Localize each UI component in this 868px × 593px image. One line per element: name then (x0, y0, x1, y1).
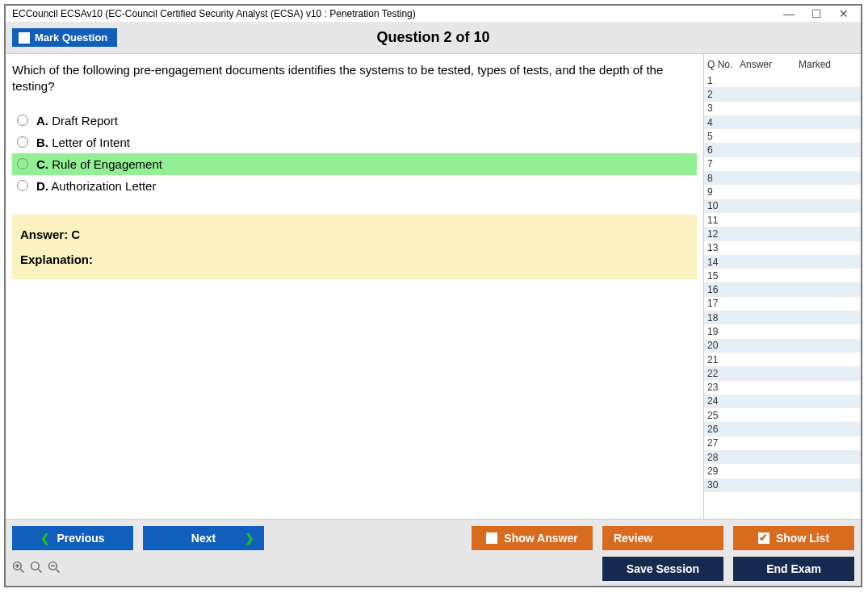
row-number: 30 (707, 479, 740, 491)
row-number: 7 (707, 158, 740, 169)
chevron-left-icon: ❮ (40, 532, 50, 545)
zoom-in-icon[interactable] (30, 561, 43, 578)
question-list-row[interactable]: 3 (704, 102, 861, 115)
row-number: 13 (707, 242, 740, 253)
option-text: B. Letter of Intent (36, 136, 130, 149)
row-number: 11 (707, 215, 740, 226)
show-list-button[interactable]: Show List (733, 526, 854, 550)
row-number: 24 (707, 395, 740, 407)
radio-icon (17, 180, 28, 191)
question-list-row[interactable]: 7 (704, 157, 861, 171)
radio-icon (17, 158, 28, 169)
radio-icon (17, 136, 28, 148)
question-list-row[interactable]: 13 (704, 241, 861, 255)
question-list-row[interactable]: 6 (704, 143, 861, 157)
next-button[interactable]: Next ❯ (143, 526, 264, 550)
question-list-row[interactable]: 20 (704, 339, 861, 353)
row-number: 10 (707, 200, 740, 211)
maximize-button[interactable]: ☐ (811, 7, 822, 20)
answer-option[interactable]: C. Rule of Engagement (12, 153, 697, 175)
mark-question-label: Mark Question (35, 31, 107, 44)
show-answer-label: Show Answer (504, 532, 577, 545)
row-number: 2 (707, 89, 740, 100)
chevron-right-icon: ❯ (245, 532, 254, 545)
show-list-checkbox-icon (758, 532, 769, 544)
option-text: C. Rule of Engagement (36, 157, 162, 171)
question-panel: Which of the following pre-engagement do… (6, 54, 703, 519)
row-number: 5 (707, 131, 740, 142)
question-list-row[interactable]: 28 (704, 450, 861, 464)
question-list-row[interactable]: 25 (704, 408, 861, 422)
question-list-row[interactable]: 1 (704, 73, 861, 87)
question-list-row[interactable]: 19 (704, 324, 861, 338)
svg-line-1 (20, 569, 23, 572)
show-answer-button[interactable]: Show Answer (472, 526, 593, 550)
sidebar-rows[interactable]: 1234567891011121314151617181920212223242… (704, 73, 861, 519)
row-number: 8 (707, 173, 740, 184)
next-label: Next (191, 532, 216, 545)
question-list-row[interactable]: 30 (704, 478, 861, 492)
row-number: 1 (707, 75, 740, 86)
row-number: 21 (707, 354, 740, 365)
row-number: 17 (707, 298, 740, 309)
question-list-row[interactable]: 23 (704, 381, 861, 395)
close-button[interactable]: ✕ (838, 7, 849, 20)
question-list-row[interactable]: 24 (704, 395, 861, 408)
question-list-row[interactable]: 17 (704, 297, 861, 311)
question-list-row[interactable]: 18 (704, 311, 861, 324)
answer-option[interactable]: A. Draft Report (12, 110, 697, 132)
zoom-out-icon[interactable] (48, 561, 61, 578)
previous-label: Previous (57, 532, 104, 545)
question-list-row[interactable]: 21 (704, 353, 861, 366)
row-number: 23 (707, 382, 740, 393)
question-list-row[interactable]: 16 (704, 282, 861, 296)
option-text: A. Draft Report (36, 114, 118, 127)
question-list-sidebar: Q No. Answer Marked 12345678910111213141… (703, 54, 861, 519)
question-list-row[interactable]: 5 (704, 129, 861, 143)
main-area: Which of the following pre-engagement do… (6, 54, 861, 519)
end-exam-label: End Exam (766, 562, 821, 575)
previous-button[interactable]: ❮ Previous (12, 526, 133, 550)
question-counter: Question 2 of 10 (376, 29, 489, 46)
row-number: 18 (707, 312, 740, 324)
end-exam-button[interactable]: End Exam (733, 557, 854, 581)
explanation-label: Explanation: (20, 253, 93, 266)
zoom-reset-icon[interactable] (12, 561, 25, 578)
zoom-controls (12, 561, 61, 578)
question-list-row[interactable]: 10 (704, 199, 861, 213)
svg-point-5 (31, 562, 40, 570)
svg-point-4 (16, 565, 18, 566)
answer-option[interactable]: B. Letter of Intent (12, 132, 697, 153)
row-number: 6 (707, 144, 740, 156)
options-list: A. Draft ReportB. Letter of IntentC. Rul… (12, 110, 697, 197)
question-list-row[interactable]: 11 (704, 213, 861, 227)
question-list-row[interactable]: 15 (704, 269, 861, 282)
answer-option[interactable]: D. Authorization Letter (12, 175, 697, 197)
question-list-row[interactable]: 8 (704, 171, 861, 185)
header-bar: Mark Question Question 2 of 10 (6, 22, 861, 54)
question-list-row[interactable]: 22 (704, 366, 861, 380)
answer-label: Answer: C (20, 228, 689, 241)
question-list-row[interactable]: 14 (704, 255, 861, 269)
question-list-row[interactable]: 27 (704, 436, 861, 450)
question-list-row[interactable]: 9 (704, 185, 861, 198)
row-number: 15 (707, 270, 740, 282)
question-list-row[interactable]: 12 (704, 227, 861, 240)
footer: ❮ Previous Next ❯ Show Answer Review Sho… (6, 519, 861, 586)
review-label: Review (614, 532, 652, 545)
window-controls: — ☐ ✕ (783, 7, 849, 20)
show-list-label: Show List (776, 532, 829, 545)
question-list-row[interactable]: 4 (704, 115, 861, 129)
save-session-button[interactable]: Save Session (602, 557, 723, 581)
review-button[interactable]: Review (602, 526, 723, 550)
row-number: 4 (707, 117, 740, 128)
mark-question-button[interactable]: Mark Question (12, 28, 117, 47)
row-number: 29 (707, 466, 740, 477)
minimize-button[interactable]: — (783, 7, 795, 20)
col-answer: Answer (740, 59, 799, 70)
mark-question-checkbox-icon (19, 32, 30, 44)
question-list-row[interactable]: 2 (704, 87, 861, 101)
question-list-row[interactable]: 26 (704, 422, 861, 436)
question-list-row[interactable]: 29 (704, 464, 861, 478)
show-answer-checkbox-icon (486, 532, 497, 544)
